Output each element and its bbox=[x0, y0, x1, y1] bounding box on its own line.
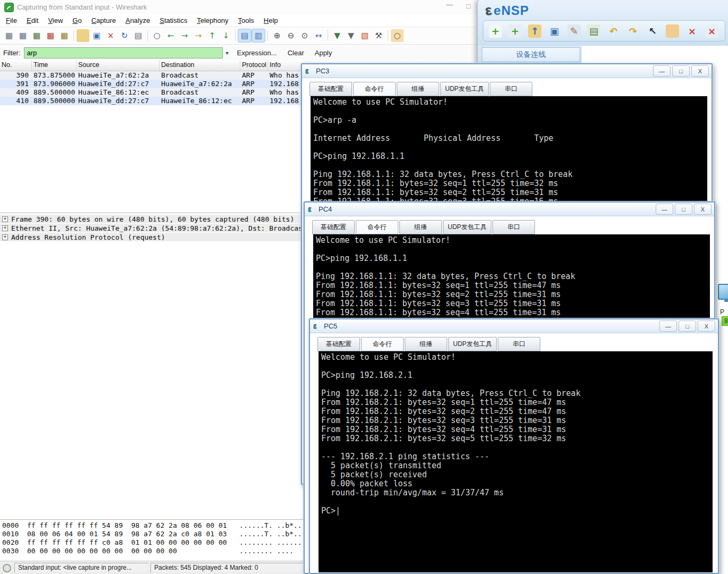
maximize-button[interactable]: □ bbox=[462, 2, 475, 10]
maximize-button[interactable]: □ bbox=[675, 204, 692, 215]
tab-basic-config[interactable]: 基础配置 bbox=[312, 220, 355, 234]
tab-command-line[interactable]: 命令行 bbox=[353, 82, 396, 96]
clear-button[interactable]: Clear bbox=[282, 48, 309, 58]
pc3-titlebar[interactable]: PC3 — □ X bbox=[302, 64, 712, 78]
print-topology-icon[interactable]: ▤ bbox=[587, 24, 600, 38]
pc5-terminal[interactable]: Welcome to use PC Simulator! PC>ping 192… bbox=[319, 351, 713, 572]
menu-statistics[interactable]: Statistics bbox=[155, 15, 192, 26]
maximize-button[interactable]: □ bbox=[679, 320, 696, 332]
minimize-button[interactable]: — bbox=[659, 320, 677, 332]
filter-input[interactable]: arp bbox=[24, 47, 223, 58]
apply-button[interactable]: Apply bbox=[309, 48, 338, 58]
new-text-icon[interactable]: + bbox=[508, 24, 522, 38]
go-to-packet-icon[interactable]: → bbox=[192, 29, 205, 42]
device-connect-tab[interactable]: 设备连线 bbox=[482, 47, 580, 62]
menu-telephony[interactable]: Telephony bbox=[192, 15, 233, 26]
tab-serial[interactable]: 串口 bbox=[490, 82, 532, 96]
menu-view[interactable]: View bbox=[43, 15, 68, 26]
menu-go[interactable]: Go bbox=[68, 15, 86, 26]
redo-icon[interactable]: ↷ bbox=[626, 24, 640, 38]
zoom-in-icon[interactable]: ⊕ bbox=[271, 29, 283, 42]
menu-help[interactable]: Help bbox=[259, 15, 283, 26]
print-icon[interactable]: ▤ bbox=[132, 29, 145, 42]
save-as-icon[interactable]: ✎ bbox=[567, 24, 581, 38]
tab-multicast[interactable]: 组播 bbox=[399, 220, 442, 234]
open-topology-icon[interactable]: ↑ bbox=[528, 24, 541, 38]
menu-file[interactable]: File bbox=[1, 15, 22, 26]
menu-edit[interactable]: Edit bbox=[22, 15, 43, 26]
expand-icon[interactable]: + bbox=[2, 234, 8, 240]
help-icon[interactable]: ○ bbox=[391, 29, 404, 42]
minimize-button[interactable]: — bbox=[653, 65, 671, 77]
minimize-button[interactable]: — bbox=[656, 204, 673, 215]
zoom-out-icon[interactable]: ⊖ bbox=[284, 29, 297, 42]
resize-columns-icon[interactable]: ↔ bbox=[312, 29, 325, 42]
start-capture-icon[interactable]: ▦ bbox=[30, 29, 43, 42]
menu-analyze[interactable]: Analyze bbox=[121, 15, 155, 26]
go-back-icon[interactable]: ← bbox=[164, 29, 177, 42]
column-header-no[interactable]: No. bbox=[0, 60, 32, 71]
expand-icon[interactable]: + bbox=[2, 225, 8, 231]
ensp-device-icon bbox=[313, 322, 322, 331]
colorize-toggle-icon[interactable]: ▤ bbox=[238, 29, 251, 42]
tab-udp-tool[interactable]: UDP发包工具 bbox=[440, 82, 489, 96]
cell-time: 873.906000 bbox=[32, 80, 77, 88]
capture-options-icon[interactable]: ▦ bbox=[16, 29, 29, 42]
minimize-button[interactable]: — bbox=[442, 1, 456, 9]
pc5-titlebar[interactable]: PC5 — □ X bbox=[310, 319, 718, 333]
pointer-tool-icon[interactable]: ↖ bbox=[646, 24, 659, 38]
zoom-100-icon[interactable]: ⊙ bbox=[298, 29, 311, 42]
tab-udp-tool[interactable]: UDP发包工具 bbox=[448, 337, 497, 351]
autoscroll-toggle-icon[interactable]: ▥ bbox=[252, 29, 265, 42]
list-interfaces-icon[interactable]: ▦ bbox=[3, 29, 15, 42]
reload-capture-icon[interactable]: ↻ bbox=[118, 29, 131, 42]
expression-button[interactable]: Expression... bbox=[232, 48, 282, 58]
new-topology-icon[interactable]: + bbox=[489, 24, 502, 38]
column-header-protocol[interactable]: Protocol bbox=[240, 60, 268, 71]
tab-command-line[interactable]: 命令行 bbox=[356, 220, 398, 234]
capture-filter-icon[interactable]: ▼ bbox=[331, 29, 344, 42]
go-to-bottom-icon[interactable]: ↓ bbox=[220, 29, 232, 42]
preferences-icon[interactable]: ⚒ bbox=[372, 29, 385, 42]
column-header-time[interactable]: Time bbox=[32, 60, 77, 71]
tab-command-line[interactable]: 命令行 bbox=[361, 337, 404, 351]
undo-icon[interactable]: ↶ bbox=[607, 24, 620, 38]
tab-serial[interactable]: 串口 bbox=[498, 337, 540, 351]
stop-capture-icon[interactable]: ▦ bbox=[44, 29, 57, 42]
pc-device-icon[interactable] bbox=[718, 284, 728, 300]
cell-source: HuaweiTe_86:12:ec bbox=[77, 88, 160, 97]
maximize-button[interactable]: □ bbox=[672, 65, 690, 77]
wireshark-titlebar[interactable]: Capturing from Standard input - Wireshar… bbox=[0, 0, 479, 14]
tab-multicast[interactable]: 组播 bbox=[405, 337, 447, 351]
tab-basic-config[interactable]: 基础配置 bbox=[309, 82, 352, 96]
open-capture-icon[interactable] bbox=[77, 29, 89, 42]
tab-udp-tool[interactable]: UDP发包工具 bbox=[443, 220, 491, 234]
pc4-titlebar[interactable]: PC4 — □ X bbox=[305, 202, 714, 216]
toolbar-partial-icon[interactable] bbox=[725, 24, 725, 38]
tab-basic-config[interactable]: 基础配置 bbox=[317, 337, 360, 351]
delete-tool-icon[interactable]: × bbox=[685, 24, 699, 38]
close-button[interactable]: X bbox=[691, 65, 709, 77]
column-header-source[interactable]: Source bbox=[77, 60, 160, 71]
pan-tool-icon[interactable] bbox=[666, 24, 679, 38]
close-button[interactable]: X bbox=[694, 204, 712, 215]
save-topology-icon[interactable]: ▣ bbox=[548, 24, 561, 38]
close-button[interactable]: X bbox=[698, 320, 715, 332]
delete-link-icon[interactable]: × bbox=[705, 24, 718, 38]
restart-capture-icon[interactable]: ▦ bbox=[58, 29, 71, 42]
pc4-window-title: PC4 bbox=[319, 205, 332, 213]
tab-serial[interactable]: 串口 bbox=[492, 220, 535, 234]
tab-multicast[interactable]: 组播 bbox=[397, 82, 439, 96]
coloring-rules-icon[interactable]: ▧ bbox=[358, 29, 371, 42]
save-capture-icon[interactable]: ▣ bbox=[90, 29, 103, 42]
go-to-top-icon[interactable]: ↑ bbox=[206, 29, 219, 42]
expand-icon[interactable]: + bbox=[2, 216, 8, 222]
go-forward-icon[interactable]: → bbox=[178, 29, 191, 42]
filter-dropdown-arrow-icon[interactable] bbox=[223, 47, 232, 58]
menu-tools[interactable]: Tools bbox=[233, 15, 259, 26]
menu-capture[interactable]: Capture bbox=[87, 15, 121, 26]
close-capture-icon[interactable]: × bbox=[104, 29, 117, 42]
column-header-destination[interactable]: Destination bbox=[160, 60, 240, 71]
find-packet-icon[interactable]: ○ bbox=[150, 29, 163, 42]
display-filter-icon[interactable]: ▼ bbox=[345, 29, 357, 42]
